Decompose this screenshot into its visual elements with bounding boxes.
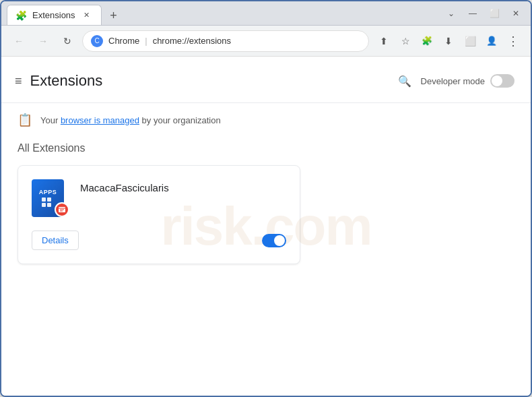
apps-grid-icon xyxy=(41,197,55,208)
forward-button[interactable]: → xyxy=(34,32,53,51)
extension-toggle[interactable] xyxy=(262,234,286,247)
extension-toggle-knob xyxy=(274,235,285,246)
extension-badge xyxy=(55,202,69,217)
search-button[interactable]: 🔍 xyxy=(394,70,415,92)
minimize-button[interactable]: — xyxy=(463,4,482,23)
profile-icon[interactable] xyxy=(482,32,501,51)
extensions-header: ≡ Extensions 🔍 Developer mode xyxy=(1,57,531,103)
card-top: APPS xyxy=(32,179,286,217)
app-label: APPS xyxy=(39,189,57,195)
url-site: Chrome xyxy=(108,36,139,46)
tab-favicon: 🧩 xyxy=(15,10,27,21)
active-tab[interactable]: 🧩 Extensions ✕ xyxy=(7,5,102,25)
svg-rect-2 xyxy=(42,203,46,207)
menu-icon[interactable] xyxy=(504,32,523,51)
toolbar-icons xyxy=(374,32,523,51)
extensions-icon[interactable] xyxy=(418,32,436,51)
new-tab-button[interactable]: + xyxy=(104,6,123,25)
extension-card: APPS xyxy=(18,165,300,264)
bookmark-icon[interactable] xyxy=(396,32,415,51)
managed-text-after: by your organization xyxy=(139,115,221,125)
svg-rect-1 xyxy=(47,197,51,202)
managed-link[interactable]: browser is managed xyxy=(61,115,139,125)
page-title: Extensions xyxy=(30,72,103,90)
developer-mode-area: 🔍 Developer mode xyxy=(394,70,514,92)
share-icon[interactable] xyxy=(374,32,393,51)
window-controls: ⌄ — ⬜ ✕ xyxy=(442,4,525,23)
chevron-button[interactable]: ⌄ xyxy=(442,4,461,23)
tab-strip: 🧩 Extensions ✕ + xyxy=(7,1,439,25)
managed-icon: 📋 xyxy=(18,113,32,127)
dev-mode-label: Developer mode xyxy=(421,76,485,86)
tab-label: Extensions xyxy=(32,10,75,20)
close-button[interactable]: ✕ xyxy=(506,4,525,23)
url-path: chrome://extensions xyxy=(153,36,231,46)
toggle-knob xyxy=(492,75,502,86)
back-button[interactable]: ← xyxy=(9,32,28,51)
main-content: risk.com ≡ Extensions 🔍 Developer mode 📋… xyxy=(1,57,531,396)
maximize-button[interactable]: ⬜ xyxy=(485,4,504,23)
managed-notice: 📋 Your browser is managed by your organi… xyxy=(1,103,531,137)
all-extensions-section: All Extensions APPS xyxy=(1,137,531,280)
svg-rect-3 xyxy=(47,203,51,207)
dev-mode-toggle[interactable] xyxy=(490,74,514,88)
extension-name: MacacaFascicularis xyxy=(80,179,169,193)
url-bar[interactable]: C Chrome | chrome://extensions xyxy=(82,30,369,52)
badge-icon xyxy=(58,206,66,214)
download-icon[interactable] xyxy=(439,32,458,51)
extension-icon-container: APPS xyxy=(32,179,69,217)
url-divider: | xyxy=(145,36,147,46)
svg-rect-0 xyxy=(42,197,46,202)
browser-window: 🧩 Extensions ✕ + ⌄ — ⬜ ✕ ← → ↻ C Chrome … xyxy=(0,0,532,397)
title-bar: 🧩 Extensions ✕ + ⌄ — ⬜ ✕ xyxy=(1,1,531,26)
tab-close-button[interactable]: ✕ xyxy=(81,9,93,22)
chrome-icon: C xyxy=(91,35,103,47)
split-view-icon[interactable] xyxy=(461,32,479,51)
header-left: ≡ Extensions xyxy=(15,72,102,90)
all-extensions-label: All Extensions xyxy=(18,142,514,154)
address-bar: ← → ↻ C Chrome | chrome://extensions xyxy=(1,26,531,57)
details-button[interactable]: Details xyxy=(32,231,79,250)
managed-text-before: Your xyxy=(40,115,61,125)
refresh-button[interactable]: ↻ xyxy=(58,32,77,51)
card-bottom: Details xyxy=(32,231,286,250)
hamburger-menu[interactable]: ≡ xyxy=(15,74,22,88)
managed-text: Your browser is managed by your organiza… xyxy=(40,115,221,125)
